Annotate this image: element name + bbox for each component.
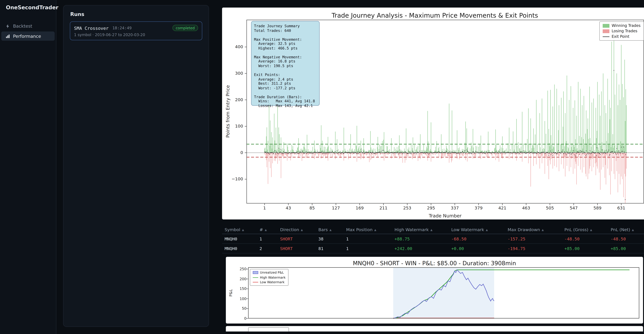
x-axis-label: Trade Number — [246, 213, 644, 219]
run-card[interactable]: SMA Crossover 18:24:49 completed 1 symbo… — [70, 21, 202, 40]
y-tick-label: 300 — [222, 71, 243, 75]
table-cell: -68.50 — [449, 234, 505, 244]
table-cell: 2 — [257, 244, 278, 253]
y-tick-label: 150 — [228, 287, 246, 291]
table-cell: -157.25 — [505, 234, 562, 244]
table-cell: 1 — [257, 234, 278, 244]
column-header[interactable]: Low Watermark▲ — [449, 226, 505, 234]
y-tick-label: 100 — [222, 124, 243, 128]
sort-arrow-icon: ▲ — [330, 228, 332, 232]
sidebar-item-performance[interactable]: Performance — [1, 31, 55, 41]
table-cell: -48.50 — [562, 234, 608, 244]
sidebar: OneSecondTrader Backtest Performance — [0, 0, 56, 334]
sort-arrow-icon: ▲ — [301, 228, 303, 232]
summary-box: Trade Journey Summary Total Trades: 640 … — [251, 21, 320, 106]
x-tick-label: 589 — [594, 206, 602, 210]
column-header[interactable]: High Watermark▲ — [392, 226, 449, 234]
legend-item: Unrealized P&L — [253, 271, 286, 274]
sidebar-nav: Backtest Performance — [0, 21, 56, 41]
table-cell: -48.50 — [608, 234, 644, 244]
x-tick-label: 295 — [427, 206, 435, 210]
table-cell: -194.75 — [505, 244, 562, 253]
y-tick-label: −100 — [222, 177, 243, 181]
sort-arrow-icon: ▲ — [486, 228, 488, 232]
legend-item: Exit Point — [603, 34, 640, 39]
x-tick-label: 463 — [522, 206, 530, 210]
sort-arrow-icon: ▲ — [374, 228, 376, 232]
table-cell: MNQH0 — [222, 244, 257, 253]
y-tick-label: 200 — [222, 97, 243, 102]
legend-item: Low Watermark — [253, 280, 286, 284]
legend-patch — [603, 24, 610, 27]
sort-arrow-icon: ▲ — [632, 228, 634, 232]
column-header[interactable]: PnL (Gross)▲ — [562, 226, 608, 234]
column-header[interactable]: Symbol▲ — [222, 226, 257, 234]
status-badge: completed — [172, 25, 198, 31]
column-header[interactable]: PnL (Net)▲ — [608, 226, 644, 234]
table-cell: +88.75 — [392, 234, 449, 244]
table-cell: 1 — [344, 234, 392, 244]
x-tick-label: 43 — [286, 206, 291, 210]
y-axis-label: Points from Entry Price — [225, 69, 231, 153]
y-tick-label: 100 — [228, 297, 246, 301]
y-tick-label: 250 — [228, 267, 246, 271]
y-tick-label: 200 — [228, 277, 246, 281]
app-root: OneSecondTrader Backtest Performance Run… — [0, 0, 644, 334]
table-cell: +0.00 — [449, 244, 505, 253]
legend-patch — [603, 29, 610, 33]
next-chart-strip — [226, 326, 643, 332]
sort-arrow-icon: ▲ — [242, 228, 244, 232]
run-time: 18:24:49 — [112, 25, 132, 30]
chart-title: MNQH0 - SHORT - WIN - P&L: $85.00 - Dura… — [226, 260, 643, 266]
trade-detail-chart: MNQH0 - SHORT - WIN - P&L: $85.00 - Dura… — [226, 257, 643, 324]
sort-arrow-icon: ▲ — [590, 228, 592, 232]
sidebar-item-label: Backtest — [13, 23, 32, 28]
column-header[interactable]: Max Position▲ — [344, 226, 392, 234]
chart-legend: Winning TradesLosing TradesExit Point — [600, 21, 644, 41]
column-header[interactable]: #▲ — [257, 226, 278, 234]
column-header[interactable]: Direction▲ — [278, 226, 316, 234]
x-tick-label: 1 — [263, 206, 266, 210]
sort-arrow-icon: ▲ — [265, 228, 267, 232]
table-cell: +85.00 — [562, 244, 608, 253]
results-table: Symbol▲#▲Direction▲Bars▲Max Position▲Hig… — [222, 226, 644, 253]
table-row[interactable]: MNQH01SHORT381+88.75-68.50-157.25-48.50-… — [222, 234, 644, 244]
column-header[interactable]: Max Drawdown▲ — [505, 226, 562, 234]
run-subtitle: 1 symbol · 2019-06-27 to 2020-03-20 — [74, 33, 198, 37]
next-chart-legend-partial — [248, 327, 289, 332]
table-cell: 81 — [316, 244, 344, 253]
x-tick-label: 505 — [546, 206, 554, 210]
sidebar-item-label: Performance — [13, 33, 41, 39]
legend-line-icon — [253, 277, 258, 278]
sidebar-item-backtest[interactable]: Backtest — [1, 21, 55, 31]
table-cell: SHORT — [278, 244, 316, 253]
legend-item: High Watermark — [253, 276, 286, 279]
table-cell: 1 — [344, 244, 392, 253]
x-tick-label: 253 — [403, 206, 411, 210]
y-tick-label: 0 — [228, 316, 246, 321]
table-cell: +242.00 — [392, 244, 449, 253]
x-tick-label: 379 — [474, 206, 482, 210]
table-cell: +85.00 — [608, 244, 644, 253]
pnl-line-plot — [248, 267, 639, 319]
x-tick-label: 631 — [617, 206, 625, 210]
y-tick-label: 50 — [228, 307, 246, 311]
runs-panel: Runs SMA Crossover 18:24:49 completed 1 … — [63, 5, 209, 327]
sort-arrow-icon: ▲ — [542, 228, 544, 232]
table-cell: MNQH0 — [222, 234, 257, 244]
run-name: SMA Crossover — [74, 25, 108, 30]
y-tick-label: 400 — [222, 44, 243, 49]
table-cell: 38 — [316, 234, 344, 244]
x-tick-label: 421 — [498, 206, 506, 210]
chart-title: Trade Journey Analysis - Maximum Price M… — [222, 12, 644, 19]
table-cell: SHORT — [278, 234, 316, 244]
x-tick-label: 85 — [310, 206, 315, 210]
legend-patch — [253, 271, 258, 274]
column-header[interactable]: Bars▲ — [316, 226, 344, 234]
x-tick-label: 211 — [380, 206, 388, 210]
table-row[interactable]: MNQH02SHORT811+242.00+0.00-194.75+85.00+… — [222, 244, 644, 253]
runs-heading: Runs — [64, 5, 209, 21]
x-tick-label: 127 — [332, 206, 340, 210]
legend-item: Winning Trades — [603, 23, 640, 28]
exit-point-line-icon — [603, 36, 610, 37]
